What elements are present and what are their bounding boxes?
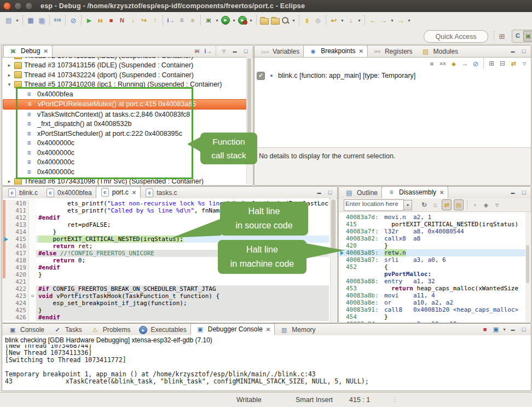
editor-code-line[interactable]: 418 return 0; xyxy=(3,257,329,264)
minimize-icon[interactable]: ▬ xyxy=(508,46,517,56)
editor-code-line[interactable]: 424 esp_set_breakpoint_if_jtag(function)… xyxy=(3,300,329,307)
editor-code-line[interactable]: 422#if CONFIG_FREERTOS_BREAK_ON_SCHEDULE… xyxy=(3,285,329,293)
editor-marker-ruler[interactable] xyxy=(3,293,10,300)
scrollbar-thumb[interactable] xyxy=(247,58,251,135)
tab-modules[interactable]: ▤Modules xyxy=(417,46,462,57)
close-icon[interactable]: ✕ xyxy=(266,326,270,333)
disassembly-row[interactable]: 40083a7d:movi.n a2, 1 xyxy=(339,214,525,221)
close-icon[interactable]: ✕ xyxy=(440,190,444,196)
tab-registers[interactable]: 1010Registers xyxy=(368,46,417,57)
step-return-icon[interactable]: ↑ xyxy=(151,15,159,25)
new-wizard-icon[interactable]: ▤ xyxy=(4,15,13,25)
terminate-enabled-icon[interactable]: ■ xyxy=(481,324,489,334)
remove-all-icon[interactable]: ×× xyxy=(438,59,447,68)
editor-code-line[interactable]: 420} xyxy=(3,271,329,278)
window-titlebar[interactable]: esp - Debug - /home/krzysztof/esp/esp-id… xyxy=(0,0,532,12)
editor-code-line[interactable]: 412#endif xyxy=(3,214,329,221)
skip-all-breakpoints-icon[interactable]: ⊘ xyxy=(471,59,480,68)
step-over-icon[interactable]: ↪ xyxy=(140,15,148,25)
thread-row[interactable]: ▸Thread #6 1073431096 (Tmr Svc) (Suspend… xyxy=(3,177,247,185)
stack-frame-row[interactable]: ≡0x4000000c xyxy=(3,148,247,158)
search-icon[interactable] xyxy=(282,17,288,24)
disassembly-scrollbar[interactable] xyxy=(525,212,530,322)
stack-frame-row[interactable]: ≡0x4000000c xyxy=(3,158,247,168)
editor-marker-ruler[interactable] xyxy=(3,221,10,228)
console-output[interactable]: [New Thread 1073468744][New Thread 10734… xyxy=(3,345,531,389)
stack-frame-row[interactable]: ≡0x4000000c xyxy=(3,167,247,177)
forward-icon[interactable]: → xyxy=(396,15,405,25)
maximize-icon[interactable]: □ xyxy=(326,187,334,197)
disassembly-row[interactable]: 415 portEXIT_CRITICAL_NESTED(irqStatus) xyxy=(339,221,525,228)
tree-expander-icon[interactable]: ▸ xyxy=(7,62,12,68)
suspend-icon[interactable]: ▮▮ xyxy=(96,15,105,25)
show-source-icon[interactable]: ▤ xyxy=(454,199,464,210)
editor-marker-ruler[interactable] xyxy=(3,214,10,221)
maximize-icon[interactable]: □ xyxy=(519,324,528,334)
editor-marker-ruler[interactable] xyxy=(3,300,10,307)
tab-problems[interactable]: ⚠Problems xyxy=(86,324,135,335)
stack-frame-row[interactable]: ≡_frxt_dispatch() at 0x4008532b xyxy=(3,119,247,129)
collapse-all-icon[interactable]: ⊟ xyxy=(498,59,507,68)
annotations-icon[interactable]: ◎ xyxy=(314,15,322,25)
step-filters-icon[interactable]: ≡ xyxy=(177,15,186,25)
cpp-perspective-icon[interactable]: C xyxy=(513,31,522,41)
close-icon[interactable]: ✕ xyxy=(359,48,363,54)
disassembly-row[interactable]: 420} xyxy=(339,242,525,249)
stack-frame-row[interactable]: ≡xPortStartScheduler() at port.c:222 0x4… xyxy=(3,129,247,139)
location-dropdown[interactable]: ▾ xyxy=(404,200,412,210)
editor-marker-ruler[interactable] xyxy=(3,207,10,214)
step-into-icon[interactable]: ↓ xyxy=(129,15,137,25)
disassembly-row[interactable]: 40083a85:retw.n xyxy=(339,249,525,256)
stack-frame-row[interactable]: ≡vTaskSwitchContext() at tasks.c:2,846 0… xyxy=(3,110,247,119)
editor-marker-ruler[interactable] xyxy=(3,243,10,250)
debug-scrollbar[interactable] xyxy=(246,57,252,184)
tab-debug[interactable]: ж Debug ✕ xyxy=(3,45,53,57)
dropdown-arrow-icon[interactable]: ▾ xyxy=(340,15,345,25)
thread-row[interactable]: ▸Thread #4 1073432224 (dport) (Suspended… xyxy=(3,70,247,80)
instruction-stepping-icon[interactable]: i→ xyxy=(166,15,175,25)
disconnect-icon[interactable]: N xyxy=(118,15,126,25)
tree-expander-icon[interactable]: ▸ xyxy=(7,57,12,59)
location-input[interactable]: Enter location here xyxy=(344,199,404,211)
disassembly-row[interactable]: 453 return heap_caps_malloc(xWantedSize xyxy=(339,285,525,292)
breakpoint-row[interactable]: ✓ ● blink.c [function: app_main] [type: … xyxy=(257,71,415,81)
close-icon[interactable]: ✕ xyxy=(132,190,136,196)
minimize-icon[interactable]: ▬ xyxy=(508,324,517,334)
dropdown-arrow-icon[interactable]: ▾ xyxy=(232,15,236,25)
tab-port-c[interactable]: cport.c✕ xyxy=(96,186,141,198)
dropdown-arrow-icon[interactable]: ▾ xyxy=(357,15,362,25)
disassembly-row[interactable]: 40083a87:srli a3, a0, 6 xyxy=(339,256,525,263)
thread-row[interactable]: ▸Thread #3 1073413156 (IDLE) (Suspended … xyxy=(3,61,247,71)
disassembly-row[interactable]: pvPortMalloc: xyxy=(339,271,525,278)
minimize-icon[interactable]: ▬ xyxy=(230,46,239,56)
window-close-button[interactable] xyxy=(3,2,11,10)
fold-marker-icon[interactable]: ⊖ xyxy=(28,293,36,300)
forward-icon[interactable]: → xyxy=(379,15,388,25)
editor-marker-ruler[interactable] xyxy=(3,264,10,271)
open-project-icon[interactable] xyxy=(260,18,269,25)
tab-debugger-console[interactable]: ▣Debugger Console✕ xyxy=(190,323,275,335)
minimize-icon[interactable]: ▬ xyxy=(315,187,323,197)
tab-tasks-c[interactable]: ctasks.c xyxy=(141,187,181,198)
tab-tasks[interactable]: ✓Tasks xyxy=(48,324,86,335)
disassembly-row[interactable]: 452{ xyxy=(339,263,525,271)
minimize-icon[interactable]: ▬ xyxy=(508,187,517,197)
maximize-icon[interactable]: □ xyxy=(519,187,528,197)
tab-blink-c[interactable]: cblink.c xyxy=(3,187,42,198)
dropdown-arrow-icon[interactable]: ▾ xyxy=(291,15,296,25)
editor-marker-ruler[interactable] xyxy=(3,250,10,257)
show-types-icon[interactable]: ◆ xyxy=(449,59,458,68)
tree-expander-icon[interactable]: ▸ xyxy=(7,179,12,184)
maximize-icon[interactable]: □ xyxy=(241,46,250,56)
tab-memory[interactable]: ▥Memory xyxy=(275,324,319,335)
editor-scrollbar[interactable] xyxy=(330,198,337,322)
terminate-icon[interactable]: ■ xyxy=(107,15,115,25)
quick-access-button[interactable]: Quick Access xyxy=(424,30,488,43)
editor-code-line[interactable]: 426#endif xyxy=(3,314,329,321)
remove-terminated-icon[interactable]: ж xyxy=(193,46,201,56)
mark-occurrences-icon[interactable]: ▮ xyxy=(303,15,311,25)
editor-marker-ruler[interactable] xyxy=(3,314,10,321)
dropdown-arrow-icon[interactable]: ▾ xyxy=(15,15,20,25)
editor-code-line[interactable]: 417#else //!CONFIG_FREERTOS_UNICORE xyxy=(3,250,329,257)
goto-file-icon[interactable]: → xyxy=(460,59,469,68)
